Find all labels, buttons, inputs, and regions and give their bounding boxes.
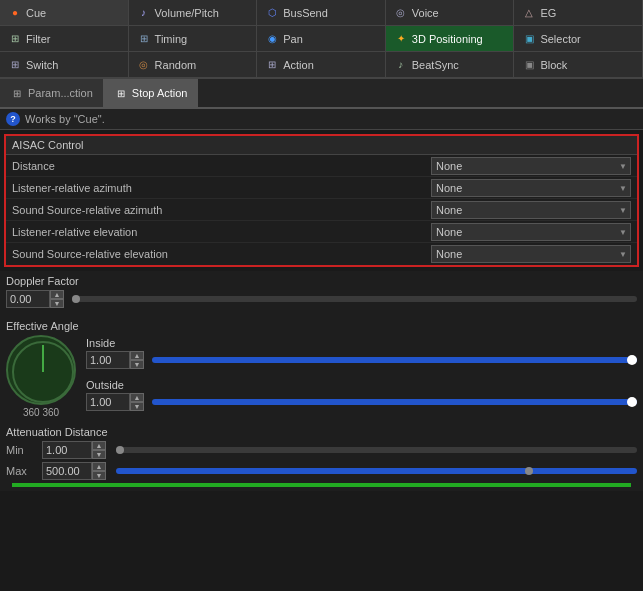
tab-bussend[interactable]: ⬡ BusSend [257, 0, 386, 26]
info-icon: ? [6, 112, 20, 126]
aisac-label-distance: Distance [12, 160, 431, 172]
tab-switch[interactable]: ⊞ Switch [0, 52, 129, 78]
doppler-slider-thumb[interactable] [72, 295, 80, 303]
inside-slider[interactable] [152, 357, 637, 363]
aisac-dropdown-listener-azimuth[interactable]: None [431, 179, 631, 197]
attenuation-min-spinners: ▲ ▼ [92, 441, 106, 459]
outside-slider[interactable] [152, 399, 637, 405]
inside-spin-up[interactable]: ▲ [130, 351, 144, 360]
outside-slider-thumb[interactable] [627, 397, 637, 407]
aisac-row-listener-elevation: Listener-relative elevation None [6, 221, 637, 243]
outside-row: ▲ ▼ [86, 393, 637, 411]
aisac-dropdown-distance[interactable]: None [431, 157, 631, 175]
tab-voice[interactable]: ◎ Voice [386, 0, 515, 26]
tab-cue[interactable]: ● Cue [0, 0, 129, 26]
aisac-row-source-elevation: Sound Source-relative elevation None [6, 243, 637, 265]
tab-block-label: Block [540, 59, 567, 71]
tab-action[interactable]: ⊞ Action [257, 52, 386, 78]
doppler-row: ▲ ▼ [6, 290, 637, 308]
attenuation-label: Attenuation Distance [6, 426, 637, 438]
tab-3d[interactable]: ✦ 3D Positioning [386, 26, 515, 52]
filter-icon: ⊞ [8, 32, 22, 46]
tab-action-label: Action [283, 59, 314, 71]
random-icon: ◎ [137, 58, 151, 72]
tab-block[interactable]: ▣ Block [514, 52, 643, 78]
aisac-label-listener-azimuth: Listener-relative azimuth [12, 182, 431, 194]
inside-numbox: ▲ ▼ [86, 351, 144, 369]
doppler-spin-down[interactable]: ▼ [50, 299, 64, 308]
timing-icon: ⊞ [137, 32, 151, 46]
aisac-dropdown-source-azimuth[interactable]: None [431, 201, 631, 219]
doppler-spin-up[interactable]: ▲ [50, 290, 64, 299]
attenuation-min-numbox: ▲ ▼ [42, 441, 106, 459]
tab-random-label: Random [155, 59, 197, 71]
doppler-input[interactable] [6, 290, 50, 308]
doppler-spinners: ▲ ▼ [50, 290, 64, 308]
cue-icon: ● [8, 6, 22, 20]
sub-tab-bar: ⊞ Param...ction ⊞ Stop Action [0, 79, 643, 109]
tab-timing[interactable]: ⊞ Timing [129, 26, 258, 52]
aisac-dropdown-listener-elevation[interactable]: None [431, 223, 631, 241]
attenuation-min-thumb[interactable] [116, 446, 124, 454]
attenuation-min-spin-down[interactable]: ▼ [92, 450, 106, 459]
attenuation-min-input[interactable] [42, 441, 92, 459]
doppler-label: Doppler Factor [6, 275, 637, 287]
doppler-numbox: ▲ ▼ [6, 290, 64, 308]
tab-bar-row1: ● Cue ♪ Volume/Pitch ⬡ BusSend ◎ Voice △… [0, 0, 643, 79]
attenuation-min-slider[interactable] [116, 447, 637, 453]
subtab-paramaction[interactable]: ⊞ Param...ction [0, 79, 104, 107]
tab-row-2: ⊞ Filter ⊞ Timing ◉ Pan ✦ 3D Positioning… [0, 26, 643, 52]
inside-block: Inside ▲ ▼ [86, 337, 637, 373]
tab-pan[interactable]: ◉ Pan [257, 26, 386, 52]
attenuation-section: Attenuation Distance Min ▲ ▼ Max ▲ ▼ [0, 422, 643, 491]
outside-spin-down[interactable]: ▼ [130, 402, 144, 411]
outside-numbox: ▲ ▼ [86, 393, 144, 411]
aisac-select-listener-azimuth[interactable]: None [431, 179, 631, 197]
outside-label: Outside [86, 379, 637, 391]
attenuation-max-spin-down[interactable]: ▼ [92, 471, 106, 480]
attenuation-max-row: Max ▲ ▼ [6, 462, 637, 480]
attenuation-max-input[interactable] [42, 462, 92, 480]
tab-voice-label: Voice [412, 7, 439, 19]
selector-icon: ▣ [522, 32, 536, 46]
tab-eg[interactable]: △ EG [514, 0, 643, 26]
attenuation-max-thumb[interactable] [525, 467, 533, 475]
inside-slider-thumb[interactable] [627, 355, 637, 365]
inside-spin-down[interactable]: ▼ [130, 360, 144, 369]
aisac-select-distance[interactable]: None [431, 157, 631, 175]
tab-switch-label: Switch [26, 59, 58, 71]
aisac-select-listener-elevation[interactable]: None [431, 223, 631, 241]
attenuation-max-slider[interactable] [116, 468, 637, 474]
effective-angle-label: Effective Angle [6, 320, 637, 332]
tab-timing-label: Timing [155, 33, 188, 45]
aisac-label-source-azimuth: Sound Source-relative azimuth [12, 204, 431, 216]
tab-beatsync[interactable]: ♪ BeatSync [386, 52, 515, 78]
tab-volume-label: Volume/Pitch [155, 7, 219, 19]
tab-selector[interactable]: ▣ Selector [514, 26, 643, 52]
aisac-section: AISAC Control Distance None Listener-rel… [4, 134, 639, 267]
inside-outside-col: Inside ▲ ▼ Outside [86, 335, 637, 415]
aisac-select-source-elevation[interactable]: None [431, 245, 631, 263]
info-text: Works by "Cue". [25, 113, 105, 125]
attenuation-max-spin-up[interactable]: ▲ [92, 462, 106, 471]
aisac-header: AISAC Control [6, 136, 637, 155]
outside-input[interactable] [86, 393, 130, 411]
outside-block: Outside ▲ ▼ [86, 379, 637, 415]
inside-input[interactable] [86, 351, 130, 369]
tab-random[interactable]: ◎ Random [129, 52, 258, 78]
doppler-slider[interactable] [72, 296, 637, 302]
attenuation-min-label: Min [6, 444, 36, 456]
subtab-stopaction-label: Stop Action [132, 87, 188, 99]
switch-icon: ⊞ [8, 58, 22, 72]
aisac-select-source-azimuth[interactable]: None [431, 201, 631, 219]
attenuation-min-spin-up[interactable]: ▲ [92, 441, 106, 450]
tab-row-3: ⊞ Switch ◎ Random ⊞ Action ♪ BeatSync ▣ … [0, 52, 643, 78]
tab-volume[interactable]: ♪ Volume/Pitch [129, 0, 258, 26]
tab-pan-label: Pan [283, 33, 303, 45]
3d-icon: ✦ [394, 32, 408, 46]
subtab-stopaction[interactable]: ⊞ Stop Action [104, 79, 199, 107]
tab-filter[interactable]: ⊞ Filter [0, 26, 129, 52]
outside-spin-up[interactable]: ▲ [130, 393, 144, 402]
tab-eg-label: EG [540, 7, 556, 19]
aisac-dropdown-source-elevation[interactable]: None [431, 245, 631, 263]
